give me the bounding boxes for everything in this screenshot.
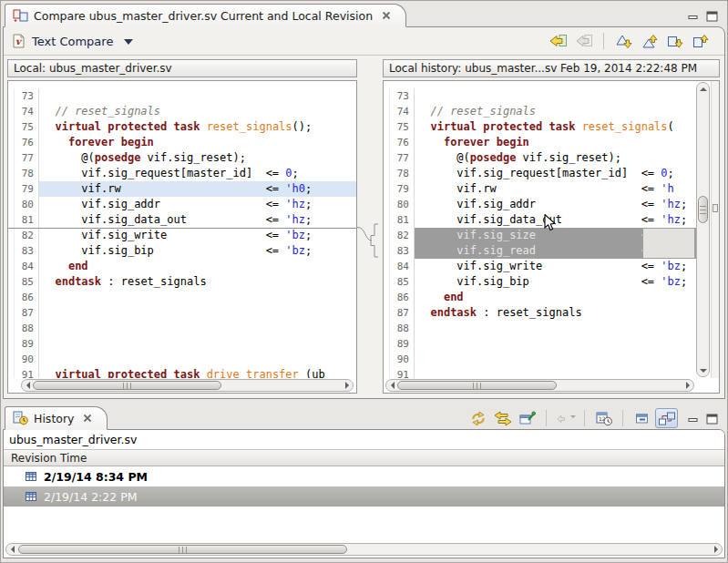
scroll-left-icon[interactable] [6, 544, 18, 555]
line-number: 74 [390, 104, 415, 119]
code-text[interactable]: vif.sig_data_out <= 'hz; [415, 212, 696, 228]
selected-diff-extension [642, 228, 695, 259]
previous-change-icon[interactable] [689, 31, 712, 51]
revision-row[interactable]: 2/19/14 8:34 PM [4, 466, 724, 486]
code-text[interactable]: forever begin [39, 135, 356, 150]
gutter [8, 88, 15, 104]
compare-mode-icon[interactable] [655, 408, 678, 428]
close-tab-icon[interactable] [83, 414, 92, 423]
history-horizontal-scrollbar[interactable] [5, 543, 723, 556]
code-text[interactable]: vif.rw <= 'h0; [39, 181, 356, 197]
code-text[interactable]: @(posedge vif.sig_reset); [415, 150, 696, 166]
compare-action-icon [554, 408, 577, 428]
right-horizontal-scrollbar[interactable] [385, 379, 694, 392]
maximize-view-icon[interactable] [706, 411, 718, 428]
code-text[interactable]: // reset_signals [415, 104, 696, 119]
code-text[interactable] [39, 336, 356, 352]
code-text[interactable]: vif.sig_bip <= 'bz; [39, 243, 356, 259]
gutter [8, 321, 15, 336]
code-text[interactable]: vif.sig_addr <= 'hz; [415, 197, 696, 212]
pin-view-icon[interactable] [516, 408, 538, 428]
diff-connector [357, 80, 383, 394]
next-difference-icon[interactable] [612, 31, 635, 51]
code-text[interactable]: // reset_signals [39, 104, 356, 119]
scroll-right-icon[interactable] [682, 380, 693, 391]
code-text[interactable]: vif.sig_addr <= 'hz; [39, 197, 356, 212]
line-number: 79 [15, 181, 39, 197]
code-text[interactable] [39, 321, 356, 336]
code-text[interactable] [39, 352, 356, 367]
copy-all-right-to-left-icon[interactable] [547, 31, 569, 51]
left-horizontal-scrollbar[interactable] [21, 379, 354, 392]
gutter [8, 181, 15, 197]
code-text[interactable]: vif.sig_data_out <= 'hz; [39, 212, 356, 228]
collapse-all-icon[interactable] [631, 408, 653, 428]
history-code-pane[interactable]: 7374 // reset_signals75 virtual protecte… [383, 80, 720, 394]
vscroll-thumb[interactable] [698, 196, 708, 223]
line-number: 91 [390, 367, 415, 378]
revision-time-column-header[interactable]: Revision Time [4, 449, 724, 466]
code-text[interactable] [39, 305, 356, 321]
refresh-icon[interactable] [467, 408, 489, 428]
code-text[interactable] [415, 352, 696, 367]
maximize-view-icon[interactable] [706, 8, 718, 26]
gutter [384, 321, 390, 336]
revision-row[interactable]: 2/19/14 2:22 PM [4, 486, 724, 507]
gutter [8, 135, 15, 150]
code-text[interactable]: vif.sig_write <= 'bz; [415, 259, 696, 274]
code-line-84: 84 end [8, 259, 356, 274]
local-code-pane[interactable]: 7374 // reset_signals75 virtual protecte… [7, 80, 357, 394]
code-text[interactable]: vif.sig_request[master_id] <= 0; [415, 166, 696, 181]
code-text[interactable]: endtask : reset_signals [415, 305, 696, 321]
left-hscroll-thumb[interactable] [33, 381, 221, 390]
line-number: 89 [390, 336, 415, 352]
gutter [384, 228, 390, 243]
code-text[interactable]: vif.rw <= 'h [415, 181, 696, 197]
code-text[interactable]: vif.sig_request[master_id] <= 0; [39, 166, 356, 181]
close-tab-icon[interactable] [382, 11, 391, 20]
history-hscroll-thumb[interactable] [18, 545, 347, 554]
code-text[interactable]: end [39, 259, 356, 274]
code-text[interactable] [415, 367, 696, 378]
gutter [8, 228, 15, 243]
overview-ruler[interactable] [711, 81, 719, 378]
minimize-view-icon[interactable] [688, 8, 699, 26]
vertical-scrollbar[interactable] [696, 82, 710, 377]
history-tab[interactable]: History [5, 406, 108, 430]
link-with-editor-icon[interactable] [491, 408, 514, 428]
local-code-area[interactable]: 7374 // reset_signals75 virtual protecte… [8, 81, 356, 378]
code-text[interactable] [415, 321, 696, 336]
code-text[interactable] [39, 290, 356, 305]
code-text[interactable]: endtask : reset_signals [39, 274, 356, 290]
code-text[interactable]: virtual protected task reset_signals( [415, 119, 696, 135]
line-number: 76 [390, 135, 415, 150]
code-text[interactable] [39, 88, 356, 104]
previous-difference-icon[interactable] [638, 31, 661, 51]
history-toolbar-icons: 12 [467, 407, 678, 429]
right-hscroll-thumb[interactable] [397, 381, 557, 390]
scroll-right-icon[interactable] [710, 544, 722, 555]
minimize-view-icon[interactable] [688, 411, 699, 428]
code-text[interactable]: vif.sig_write <= 'bz; [39, 228, 356, 243]
code-text[interactable] [415, 88, 696, 104]
next-change-icon[interactable] [663, 31, 686, 51]
code-text[interactable]: end [415, 290, 696, 305]
code-text[interactable]: @(posedge vif.sig_reset); [39, 150, 356, 166]
compare-mode-dropdown-icon[interactable] [124, 39, 133, 45]
diff-overview-marker[interactable] [713, 204, 718, 212]
code-line-90: 90 [384, 352, 696, 367]
compare-editor-tab[interactable]: Compare ubus_master_driver.sv Current an… [5, 4, 406, 27]
code-text[interactable]: virtual protected task reset_signals(); [39, 119, 356, 135]
code-text[interactable]: vif.sig_bip <= 'bz; [415, 274, 696, 290]
revision-icon [26, 471, 37, 483]
scroll-right-icon[interactable] [341, 380, 353, 391]
code-text[interactable]: virtual protected task drive_transfer (u… [39, 367, 356, 378]
date-time-mode-icon[interactable]: 12 [592, 408, 615, 428]
scroll-up-icon[interactable] [697, 83, 709, 95]
code-text[interactable] [415, 336, 696, 352]
code-text[interactable]: forever begin [415, 135, 696, 150]
gutter [8, 150, 15, 166]
copy-current-right-to-left-icon [572, 31, 595, 51]
scroll-down-icon[interactable] [697, 364, 709, 376]
toolbar-separator [622, 410, 623, 426]
